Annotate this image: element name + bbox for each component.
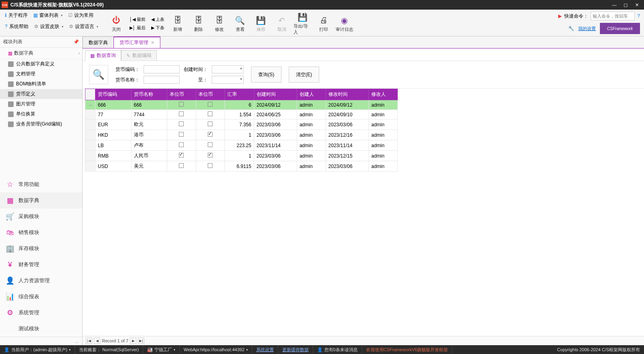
cell-base2[interactable] xyxy=(196,151,225,161)
sidebar-category[interactable]: ▦ 数据字典 ‹ xyxy=(0,48,82,59)
next-record-button[interactable]: ▶ 下条 xyxy=(150,24,166,32)
page-prev-button[interactable]: ◀ xyxy=(94,338,100,344)
date-to-input[interactable] xyxy=(212,76,244,84)
column-header[interactable]: 汇率 xyxy=(225,89,254,100)
close-tab-icon[interactable]: ✕ xyxy=(151,40,154,45)
column-header[interactable]: 创建人 xyxy=(297,89,326,100)
module-item[interactable]: 🏢库存模块 xyxy=(0,241,82,257)
help-button[interactable]: ?系统帮助 xyxy=(2,22,31,31)
status-user[interactable]: 👤当前用户：(admin-超级用户)▾ xyxy=(0,345,75,354)
table-row[interactable]: USD美元6.91152023/03/06admin2023/03/06admi… xyxy=(85,161,398,172)
cell-base1[interactable] xyxy=(167,119,196,130)
module-item[interactable]: ¥财务管理 xyxy=(0,257,82,273)
status-factory[interactable]: 🏭宁德工厂▾ xyxy=(143,345,180,354)
column-header[interactable]: 修改人 xyxy=(369,89,398,100)
help-icon[interactable]: ? xyxy=(637,13,640,19)
page-next-button[interactable]: ▶ xyxy=(130,338,136,344)
column-header[interactable]: 货币名称 xyxy=(131,89,167,100)
query-button[interactable]: 查询(S) xyxy=(251,67,281,83)
cell-base2[interactable] xyxy=(196,110,225,119)
table-row[interactable]: HKD港币12023/03/06admin2023/12/16admin xyxy=(85,130,398,140)
cell-base1[interactable] xyxy=(167,110,196,119)
cell-base1[interactable] xyxy=(167,140,196,151)
table-row[interactable]: RMB人民币12023/03/06admin2023/12/15admin xyxy=(85,151,398,161)
module-item[interactable]: 👤人力资源管理 xyxy=(0,273,82,289)
clear-button[interactable]: 清空(E) xyxy=(289,67,319,83)
code-input[interactable] xyxy=(144,65,180,73)
module-item[interactable]: 🛒采购模块 xyxy=(0,208,82,225)
table-row[interactable]: LB卢布223.252023/11/14admin2023/11/14admin xyxy=(85,140,398,151)
module-item[interactable]: 📊综合报表 xyxy=(0,289,82,305)
cell-base2[interactable] xyxy=(196,119,225,130)
subtab-query[interactable]: ▦数据查询 xyxy=(85,50,121,61)
table-row[interactable]: 7777441.5542024/06/25admin2024/09/10admi… xyxy=(85,110,398,119)
module-item[interactable]: 🛍销售模块 xyxy=(0,225,82,241)
column-header[interactable]: 本位币 xyxy=(167,89,196,100)
delete-button[interactable]: 🗄删除 xyxy=(189,14,208,33)
cell-ctime: 2023/03/06 xyxy=(254,151,297,161)
column-header[interactable]: 货币编码 xyxy=(95,89,132,100)
window-list-button[interactable]: ▦窗体列表▾ xyxy=(31,11,65,20)
tab-data-dict[interactable]: 数据字典 xyxy=(83,36,114,48)
my-settings-link[interactable]: 我的设置 xyxy=(578,26,596,32)
page-first-button[interactable]: |◀ xyxy=(86,338,92,344)
print-button[interactable]: 🖨打印 xyxy=(314,14,333,33)
view-button[interactable]: 🔍查看 xyxy=(231,14,249,33)
module-item[interactable]: 测试模块 xyxy=(0,321,82,337)
prev-record-button[interactable]: ◀ 上条 xyxy=(150,16,166,23)
status-webapi[interactable]: WebApi:https://localhost:44392▾ xyxy=(180,345,252,354)
export-button[interactable]: 💾导出/导入 xyxy=(294,11,312,36)
first-record-button[interactable]: │◀ 最前 xyxy=(128,16,147,23)
name-input[interactable] xyxy=(144,76,180,84)
pin-icon[interactable]: 📌 xyxy=(73,39,79,45)
tree-item[interactable]: 文档管理 xyxy=(0,69,82,79)
audit-button[interactable]: ◉审计日志 xyxy=(335,14,354,33)
add-button[interactable]: 🗄新增 xyxy=(168,14,187,33)
cell-base1[interactable] xyxy=(167,161,196,172)
date-from-input[interactable] xyxy=(212,65,244,73)
status-refresh[interactable]: 更新缓存数据 xyxy=(278,345,313,354)
tree-item[interactable]: 图片管理 xyxy=(0,99,82,109)
status-messages[interactable]: 👤您有0条未读消息 xyxy=(313,345,362,354)
window-title: C/S系统快速开发框架-旗舰版V6.1(2024-09) xyxy=(10,2,609,8)
tree-item[interactable]: 单位换算 xyxy=(0,109,82,119)
module-item[interactable]: ☆常用功能 xyxy=(0,176,82,192)
quickcmd-input[interactable] xyxy=(591,12,635,20)
module-item[interactable]: ▦数据字典 xyxy=(0,192,82,208)
cancel-button[interactable]: ↶取消 xyxy=(273,14,291,33)
column-header[interactable]: 本位币 xyxy=(196,89,225,100)
cell-base2[interactable] xyxy=(196,140,225,151)
skin-button[interactable]: ⚙设置皮肤▾ xyxy=(32,22,66,31)
table-row[interactable]: EUR欧元7.3562023/03/06admin2023/03/06admin xyxy=(85,119,398,130)
close-app-button[interactable]: ⏻关闭 xyxy=(107,14,126,33)
about-button[interactable]: ℹ关于程序 xyxy=(2,11,30,20)
lang-button[interactable]: ⚙设置语言▾ xyxy=(67,22,101,31)
tree-item[interactable]: BOM物料清单 xyxy=(0,79,82,89)
last-record-button[interactable]: ▶│ 最后 xyxy=(128,24,147,32)
tab-currency-rate[interactable]: 货币汇率管理✕ xyxy=(113,36,160,48)
minimize-button[interactable]: — xyxy=(609,1,620,9)
module-item[interactable]: ⚙系统管理 xyxy=(0,305,82,321)
module-label: 人力资源管理 xyxy=(18,277,50,284)
status-syscfg[interactable]: 系统设置 xyxy=(252,345,278,354)
cell-base2[interactable] xyxy=(196,130,225,140)
cell-base2[interactable] xyxy=(196,161,225,172)
set-default-button[interactable]: ☑设为常用 xyxy=(66,11,96,20)
cell-base1[interactable] xyxy=(167,130,196,140)
cell-base1[interactable] xyxy=(167,100,196,110)
cell-base2[interactable] xyxy=(196,100,225,110)
table-row[interactable]: →66666662024/09/12admin2024/09/12admin xyxy=(85,100,398,110)
tree-item[interactable]: 业务员管理(Grid编辑) xyxy=(0,119,82,129)
maximize-button[interactable]: ▢ xyxy=(620,1,631,9)
subtab-edit[interactable]: ✎数据编辑 xyxy=(121,50,157,61)
column-header[interactable]: 修改时间 xyxy=(326,89,369,100)
tree-item[interactable]: 公共数据字典定义 xyxy=(0,59,82,69)
tree-item[interactable]: 货币定义 xyxy=(0,89,82,99)
edit-button[interactable]: 🗄修改 xyxy=(210,14,229,33)
column-header[interactable]: 创建时间 xyxy=(254,89,297,100)
cell-base1[interactable] xyxy=(167,151,196,161)
item-icon xyxy=(8,61,14,67)
page-last-button[interactable]: ▶| xyxy=(138,338,144,344)
close-window-button[interactable]: ✕ xyxy=(631,1,642,9)
save-button[interactable]: 💾保存 xyxy=(252,14,270,33)
